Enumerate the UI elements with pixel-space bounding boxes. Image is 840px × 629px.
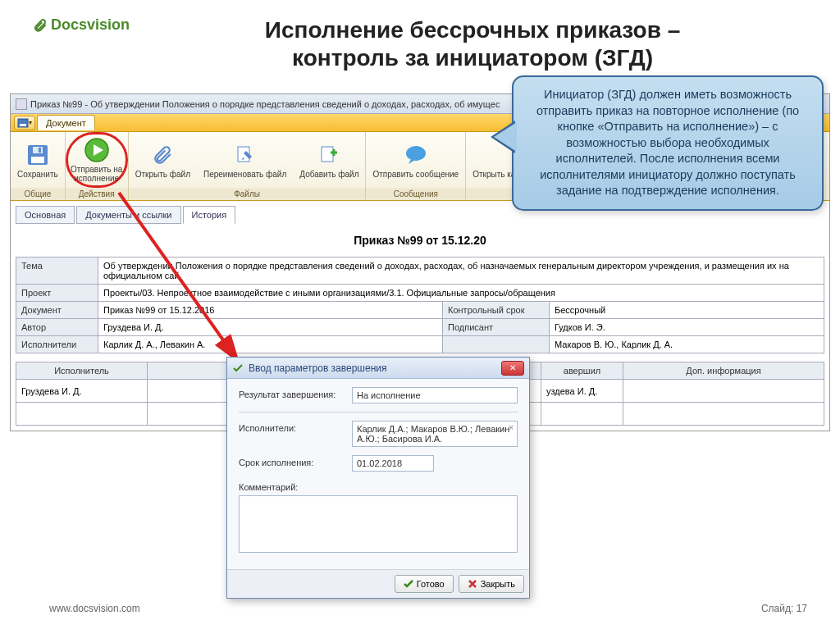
window-icon <box>16 98 27 110</box>
check-icon <box>232 362 244 374</box>
clear-icon[interactable]: … × <box>498 423 514 432</box>
comment-textarea[interactable] <box>239 495 518 553</box>
executors-value: Карлик Д. А., Левакин А. <box>98 336 443 353</box>
svg-point-10 <box>406 146 426 161</box>
project-value: Проекты/03. Непроектное взаимодействие с… <box>98 285 824 302</box>
table-row: Проект Проекты/03. Непроектное взаимодей… <box>16 285 824 302</box>
send-execution-button[interactable]: Отправить на исполнение <box>66 132 128 188</box>
add-file-button[interactable]: Добавить файл <box>293 132 365 188</box>
callout-text: Инициатор (ЗГД) должен иметь возможность… <box>536 88 799 197</box>
logo: Docsvision <box>33 16 130 34</box>
svg-rect-9 <box>322 147 333 162</box>
paperclip-icon <box>149 142 176 168</box>
table-row: Тема Об утверждении Положения о порядке … <box>16 258 824 285</box>
dialog-title: Ввод параметров завершения <box>249 362 386 374</box>
group-actions: Действия <box>66 188 128 200</box>
logo-text: Docsvision <box>51 16 130 34</box>
table-row: Документ Приказ №99 от 15.12.2016 Контро… <box>16 302 824 319</box>
exec-done: уздева И. Д. <box>541 380 623 403</box>
save-icon <box>17 118 29 128</box>
svg-rect-4 <box>33 147 43 153</box>
deadline-value: Бессрочный <box>550 302 824 319</box>
document-plus-icon <box>316 142 342 168</box>
comment-label: Комментарий: <box>239 480 298 492</box>
signer-label: Подписант <box>443 319 550 336</box>
group-files: Файлы <box>129 188 366 200</box>
deadline-label: Срок исполнения: <box>239 455 345 467</box>
close-icon <box>468 579 477 589</box>
check-icon <box>404 579 413 589</box>
floppy-icon <box>25 142 51 168</box>
dialog-close-button[interactable]: ✕ <box>501 361 524 376</box>
project-label: Проект <box>16 285 98 302</box>
executors-input[interactable]: Карлик Д.А.; Макаров В.Ю.; Левакин А.Ю.;… <box>352 421 518 447</box>
dialog-title-bar[interactable]: Ввод параметров завершения ✕ <box>227 358 529 379</box>
pencil-document-icon <box>232 142 258 168</box>
rename-file-button[interactable]: Переименовать файл <box>197 132 293 188</box>
cancel-button[interactable]: Закрыть <box>459 575 524 593</box>
author-value: Груздева И. Д. <box>98 319 443 336</box>
window-title: Приказ №99 - Об утверждении Положения о … <box>30 99 500 109</box>
svg-rect-5 <box>39 148 41 153</box>
svg-rect-1 <box>20 124 26 126</box>
document-info-table: Тема Об утверждении Положения о порядке … <box>16 257 824 353</box>
deadline-input[interactable]: 01.02.2018 <box>352 455 434 472</box>
slide-title: Исполнение бессрочных приказов – контрол… <box>130 16 815 71</box>
ribbon-tab-document[interactable]: Документ <box>37 115 95 130</box>
document-heading: Приказ №99 от 15.12.20 <box>16 227 824 257</box>
send-message-button[interactable]: Отправить сообщение <box>366 132 465 188</box>
executors-label: Исполнители: <box>239 421 345 433</box>
callout: Инициатор (ЗГД) должен иметь возможность… <box>512 75 824 211</box>
author-label: Автор <box>16 319 98 336</box>
completion-dialog: Ввод параметров завершения ✕ Результат з… <box>226 357 530 599</box>
tab-history[interactable]: История <box>183 206 236 224</box>
topic-label: Тема <box>16 258 98 285</box>
result-input[interactable]: На исполнение <box>352 387 518 403</box>
col-info: Доп. информация <box>623 362 824 380</box>
speech-bubble-icon <box>403 142 429 168</box>
col-executor: Исполнитель <box>16 362 148 380</box>
deadline-label: Контрольный срок <box>443 302 550 319</box>
tab-docs[interactable]: Документы и ссылки <box>76 206 180 224</box>
svg-rect-3 <box>31 157 44 163</box>
open-file-button[interactable]: Открыть файл <box>129 132 197 188</box>
footer-url: www.docsvision.com <box>49 603 140 614</box>
paperclip-icon <box>33 18 48 33</box>
document-value: Приказ №99 от 15.12.2016 <box>98 302 443 319</box>
ok-button[interactable]: Готово <box>395 575 454 593</box>
group-common: Общие <box>11 188 65 200</box>
signer-value: Гудков И. Э. <box>550 319 824 336</box>
tab-main[interactable]: Основная <box>16 206 75 224</box>
group-messages: Сообщения <box>366 188 465 200</box>
result-label: Результат завершения: <box>239 387 345 399</box>
play-icon <box>84 137 110 163</box>
document-label: Документ <box>16 302 98 319</box>
topic-value: Об утверждении Положения о порядке предс… <box>98 258 824 285</box>
executors-value2: Макаров В. Ю., Карлик Д. А. <box>550 336 824 353</box>
exec-name: Груздева И. Д. <box>16 380 148 403</box>
executors-label: Исполнители <box>16 336 98 353</box>
table-row: Исполнители Карлик Д. А., Левакин А. Мак… <box>16 336 824 353</box>
col-completed: авершил <box>541 362 623 380</box>
save-button[interactable]: Сохранить <box>11 132 65 188</box>
table-row: Автор Груздева И. Д. Подписант Гудков И.… <box>16 319 824 336</box>
file-orb[interactable]: ▾ <box>14 116 35 130</box>
footer-slide: Слайд: 17 <box>761 603 807 614</box>
